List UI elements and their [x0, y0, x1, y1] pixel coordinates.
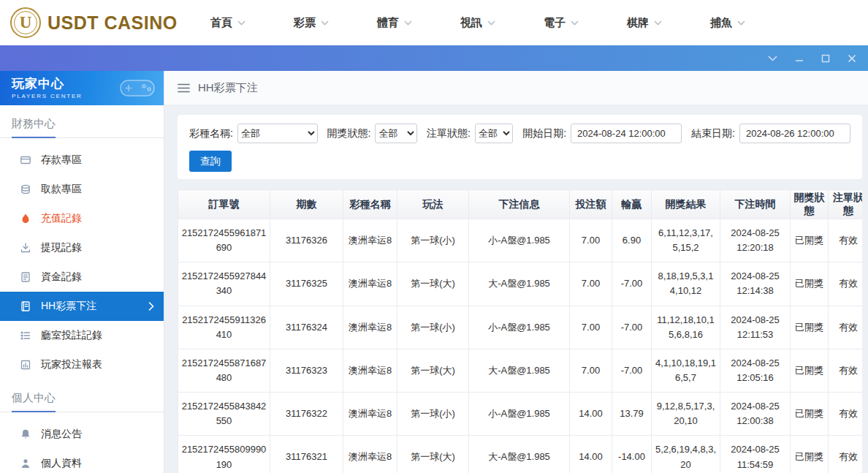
- lottery-journal-icon: [20, 300, 31, 312]
- cell-order-id: 2152172455961871690: [178, 219, 270, 262]
- table-header-cell: 訂單號: [178, 190, 270, 219]
- bell-icon: [20, 428, 31, 440]
- start-date-input[interactable]: [571, 124, 682, 143]
- table-row: 2152172455871687480 31176323 澳洲幸运8 第一球(大…: [178, 349, 863, 392]
- cell-lottery-name: 澳洲幸运8: [343, 219, 397, 262]
- cell-draw-status: 已開獎: [791, 393, 829, 436]
- nav-item-lottery[interactable]: 彩票: [294, 16, 329, 30]
- nav-item-sports[interactable]: 體育: [377, 16, 412, 30]
- main-nav: 首頁 彩票 體育 視訊 電子 棋牌 捕魚: [210, 16, 745, 30]
- nav-item-fishing[interactable]: 捕魚: [710, 16, 745, 30]
- recharge-drop-icon: [20, 213, 31, 224]
- cell-play-type: 第一球(大): [397, 349, 469, 392]
- cell-draw-result: 9,12,8,5,17,3,20,10: [652, 393, 720, 436]
- cell-bet-time: 2024-08-25 12:00:38: [720, 393, 791, 436]
- window-titlebar: [0, 45, 868, 71]
- sidebar-item-recharge-records[interactable]: 充值記錄: [0, 204, 164, 233]
- collapse-chevron-icon[interactable]: [768, 56, 777, 61]
- chevron-down-icon: [404, 20, 412, 26]
- cell-bet-info: 小-A盤@1.985: [469, 219, 570, 262]
- sidebar-item-hh-lottery-bets[interactable]: HH彩票下注: [0, 292, 164, 321]
- sidebar-item-label: 取款專區: [41, 183, 82, 196]
- finance-menu: 存款專區 取款專區 充值記錄 提現記錄: [0, 138, 164, 379]
- nav-item-home[interactable]: 首頁: [210, 16, 245, 30]
- cell-bet-info: 大-A盤@1.985: [469, 436, 570, 473]
- nav-item-live-video[interactable]: 視訊: [460, 16, 495, 30]
- table-header-cell: 玩法: [397, 190, 469, 219]
- cell-win-loss: -7.00: [612, 306, 652, 349]
- cell-play-type: 第一球(小): [397, 306, 469, 349]
- sidebar-item-label: 資金記錄: [41, 270, 82, 284]
- cell-play-type: 第一球(小): [397, 393, 469, 436]
- nav-item-label: 捕魚: [710, 16, 732, 30]
- cell-draw-status: 已開獎: [791, 349, 829, 392]
- nav-item-label: 棋牌: [627, 16, 649, 30]
- sidebar-item-room-bet-records[interactable]: 廳室投註記錄: [0, 321, 164, 350]
- lottery-select[interactable]: 全部: [237, 124, 318, 143]
- section-personal-center: 個人中心: [0, 379, 164, 412]
- cell-bet-amount: 14.00: [570, 393, 612, 436]
- sidebar-item-player-bet-report[interactable]: 玩家投注報表: [0, 350, 164, 379]
- cell-bet-status: 有效: [829, 349, 863, 392]
- cell-play-type: 第一球(小): [397, 219, 469, 262]
- cell-order-id: 2152172455809990190: [178, 436, 270, 473]
- cell-lottery-name: 澳洲幸运8: [343, 349, 397, 392]
- cell-bet-amount: 7.00: [570, 306, 612, 349]
- cell-draw-status: 已開獎: [791, 306, 829, 349]
- table-header-cell: 期數: [270, 190, 343, 219]
- cell-lottery-name: 澳洲幸运8: [343, 436, 397, 473]
- close-icon[interactable]: [848, 54, 856, 63]
- section-finance-center: 財務中心: [0, 105, 164, 138]
- cell-bet-status: 有效: [829, 393, 863, 436]
- logo-letter: U: [20, 13, 32, 32]
- table-row: 2152172455843842550 31176322 澳洲幸运8 第一球(小…: [178, 393, 863, 436]
- cell-bet-time: 2024-08-25 12:05:16: [720, 349, 791, 392]
- page-title: HH彩票下注: [198, 81, 258, 95]
- end-date-input[interactable]: [739, 124, 850, 143]
- nav-item-label: 彩票: [294, 16, 316, 30]
- table-body: 2152172455961871690 31176326 澳洲幸运8 第一球(小…: [178, 219, 863, 473]
- cell-bet-status: 有效: [829, 262, 863, 306]
- nav-item-slots[interactable]: 電子: [544, 16, 579, 30]
- logo-text: USDT CASINO: [47, 12, 178, 34]
- cell-win-loss: -14.00: [612, 436, 652, 473]
- cell-period: 31176323: [270, 349, 343, 392]
- cell-draw-status: 已開獎: [791, 262, 829, 306]
- cell-draw-result: 5,2,6,19,4,8,3,20: [652, 436, 720, 473]
- logo[interactable]: U USDT CASINO: [0, 7, 181, 38]
- room-list-icon: [20, 330, 31, 341]
- top-navigation-bar: U USDT CASINO 首頁 彩票 體育 視訊 電子 棋牌 捕魚: [0, 0, 868, 45]
- cell-draw-result: 8,18,19,5,3,14,10,12: [652, 262, 720, 306]
- cell-order-id: 2152172455927844340: [178, 262, 270, 306]
- sidebar-item-label: 提現記錄: [41, 241, 82, 254]
- content-body: 彩種名稱: 全部 開獎狀態: 全部 注單狀態: 全部 開始日期: 結束日期:: [164, 105, 868, 473]
- draw-status-select[interactable]: 全部: [375, 124, 417, 143]
- breadcrumb: HH彩票下注: [164, 71, 868, 105]
- cell-bet-info: 大-A盤@1.985: [469, 262, 570, 306]
- sidebar-item-label: 廳室投註記錄: [41, 329, 102, 342]
- end-date-label: 結束日期:: [691, 127, 735, 140]
- sidebar-item-funds-records[interactable]: 資金記錄: [0, 262, 164, 292]
- table-header-cell: 開獎結果: [652, 190, 720, 219]
- main-content: HH彩票下注 彩種名稱: 全部 開獎狀態: 全部 注單狀態: 全部: [164, 71, 868, 473]
- maximize-icon[interactable]: [821, 54, 830, 63]
- cell-bet-info: 大-A盤@1.985: [469, 349, 570, 392]
- minimize-icon[interactable]: [795, 54, 804, 63]
- cell-draw-result: 11,12,18,10,15,6,8,16: [652, 306, 720, 349]
- sidebar-item-withdraw-zone[interactable]: 取款專區: [0, 175, 164, 204]
- menu-toggle-icon[interactable]: [178, 83, 190, 93]
- sidebar-item-deposit-zone[interactable]: 存款專區: [0, 145, 164, 175]
- nav-item-card-games[interactable]: 棋牌: [627, 16, 662, 30]
- cell-bet-amount: 7.00: [570, 219, 612, 262]
- search-button[interactable]: 查詢: [189, 151, 232, 172]
- bet-status-select-label: 注單狀態:: [427, 127, 471, 140]
- sidebar-item-profile[interactable]: 個人資料: [0, 449, 164, 473]
- sidebar-item-cashout-records[interactable]: 提現記錄: [0, 233, 164, 262]
- bet-status-select[interactable]: 全部: [475, 124, 513, 143]
- cell-bet-time: 2024-08-25 12:14:38: [720, 262, 791, 306]
- table-header-cell: 下注信息: [469, 190, 570, 219]
- cell-lottery-name: 澳洲幸运8: [343, 262, 397, 306]
- sidebar-item-announcements[interactable]: 消息公告: [0, 420, 164, 449]
- chevron-down-icon: [654, 20, 662, 26]
- sidebar-item-label: 充值記錄: [41, 212, 82, 225]
